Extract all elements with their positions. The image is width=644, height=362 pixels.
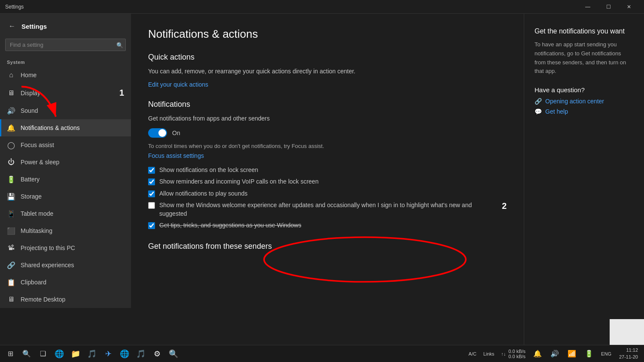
sound-icon: 🔊 [7,106,15,115]
taskbar-telegram-icon[interactable]: ✈ [100,346,116,362]
get-help-label: Get help [545,108,568,115]
checkbox-tips-label: Get tips, tricks, and suggestions as you… [159,221,301,230]
sidebar-item-focus-label: Focus assist [21,142,124,148]
sidebar-header: ← Settings [0,14,131,35]
sidebar-item-focus[interactable]: ◯ Focus assist [0,136,131,154]
checkbox-reminders-label: Show reminders and incoming VoIP calls o… [159,178,319,186]
sidebar-item-remote-label: Remote Desktop [21,296,124,303]
taskbar-explorer-icon[interactable]: 📁 [68,346,83,362]
focus-assist-link[interactable]: Focus assist settings [148,152,204,159]
taskbar-edge-icon[interactable]: 🌐 [52,346,67,362]
search-box: 🔍 [5,39,126,51]
checkbox-row-5: Get tips, tricks, and suggestions as you… [148,221,507,230]
sidebar: ← Settings 🔍 System ⌂ Home 🖥 Display 1 🔊… [0,14,131,308]
checkbox-welcome[interactable] [148,202,155,209]
notifications-toggle-row: On [148,128,507,138]
page-title: Notifications & actions [148,27,507,41]
checkbox-welcome-label: Show me the Windows welcome experience a… [159,201,494,218]
taskbar-search2-icon[interactable]: 🔍 [166,346,181,362]
right-panel-title: Get the notifications you want [535,27,634,35]
sidebar-item-tablet[interactable]: 📱 Tablet mode [0,205,131,222]
checkbox-lock-screen-label: Show notifications on the lock screen [159,166,258,175]
start-button[interactable]: ⊞ [3,346,18,362]
taskbar-time-value: 11:12 [619,347,638,353]
taskbar-browser2-icon[interactable]: 🌐 [117,346,132,362]
get-help-link[interactable]: 💬 Get help [535,108,634,115]
checkboxes-section: Show notifications on the lock screen Sh… [148,166,507,230]
titlebar-controls: — ☐ ✕ [578,0,639,14]
network-arrows: ↑↓ [501,351,506,356]
sidebar-item-display-label: Display [21,90,112,97]
search-input[interactable] [5,39,126,51]
taskbar-lang[interactable]: ENG [598,351,614,356]
senders-title: Get notifications from these senders [148,242,507,251]
taskbar-search-button[interactable]: 🔍 [19,346,34,362]
tablet-icon: 📱 [7,209,15,218]
sidebar-wrapper: ← Settings 🔍 System ⌂ Home 🖥 Display 1 🔊… [0,14,131,345]
toggle-label: On [172,130,180,136]
sidebar-app-title: Settings [21,23,47,30]
sidebar-item-tablet-label: Tablet mode [21,210,124,217]
close-button[interactable]: ✕ [619,0,639,14]
taskbar-settings-icon[interactable]: ⚙ [149,346,165,362]
taskbar-spotify-icon[interactable]: 🎵 [84,346,100,362]
checkbox-row-4: Show me the Windows welcome experience a… [148,201,507,218]
sidebar-item-projecting-label: Projecting to this PC [21,244,124,251]
opening-action-center-link[interactable]: 🔗 Opening action center [535,98,634,105]
power-icon: ⏻ [7,158,15,166]
titlebar-title: Settings [5,4,24,10]
checkbox-reminders[interactable] [148,178,155,185]
sidebar-item-multitasking-label: Multitasking [21,227,124,234]
sidebar-item-notifications[interactable]: 🔔 Notifications & actions [0,119,131,136]
helper-text-content: To control times when you do or don't ge… [148,143,324,149]
app-body: ← Settings 🔍 System ⌂ Home 🖥 Display 1 🔊… [0,14,644,345]
checkbox-lock-screen[interactable] [148,167,155,174]
display-icon: 🖥 [7,89,15,97]
checkbox-row-3: Allow notifications to play sounds [148,190,507,198]
sidebar-item-home[interactable]: ⌂ Home [0,66,131,84]
notifications-desc: Get notifications from apps and other se… [148,114,507,123]
maximize-button[interactable]: ☐ [598,0,618,14]
notifications-icon: 🔔 [7,124,15,132]
task-view-button[interactable]: ❑ [35,346,51,362]
checkbox-sounds[interactable] [148,190,155,197]
sidebar-item-projecting[interactable]: 📽 Projecting to this PC [0,239,131,256]
sidebar-item-battery[interactable]: 🔋 Battery [0,171,131,188]
taskbar-links[interactable]: Links [481,351,497,356]
sidebar-item-sound-label: Sound [21,107,124,114]
sidebar-item-notifications-label: Notifications & actions [21,124,124,131]
links-label: Links [483,351,495,356]
sidebar-item-multitasking[interactable]: ⬛ Multitasking [0,222,131,239]
battery-icon: 🔋 [7,175,15,184]
taskbar-right: A/C Links ↑↓ 0.0 kB/s0.0 kB/s 🔔 🔊 📶 🔋 EN… [466,346,641,362]
checkbox-tips[interactable] [148,222,155,229]
quick-actions-title: Quick actions [148,53,507,62]
taskbar-itunes-icon[interactable]: 🎵 [133,346,149,362]
network-icon[interactable]: 📶 [564,346,580,362]
clipboard-icon: 📋 [7,278,15,287]
sidebar-section-label: System [0,54,131,66]
sidebar-item-shared[interactable]: 🔗 Shared experiences [0,256,131,274]
notifications-title: Notifications [148,100,507,109]
titlebar: Settings — ☐ ✕ [0,0,644,14]
checkbox-row-1: Show notifications on the lock screen [148,166,507,175]
back-button[interactable]: ← [7,21,17,32]
ac-label: A/C [468,351,476,356]
notifications-toggle[interactable] [148,128,167,138]
sidebar-item-display[interactable]: 🖥 Display 1 [0,84,131,102]
home-icon: ⌂ [7,71,15,79]
search-icon[interactable]: 🔍 [116,42,123,48]
minimize-button[interactable]: — [578,0,598,14]
battery-taskbar-icon[interactable]: 🔋 [581,346,597,362]
notification-icon[interactable]: 🔔 [530,346,545,362]
taskbar-clock[interactable]: 11:12 27-11-20 [616,347,641,360]
volume-icon[interactable]: 🔊 [547,346,562,362]
sidebar-item-clipboard[interactable]: 📋 Clipboard [0,274,131,291]
sidebar-item-sound[interactable]: 🔊 Sound [0,102,131,119]
sidebar-item-remote[interactable]: 🖥 Remote Desktop [0,291,131,308]
checkbox-row-2: Show reminders and incoming VoIP calls o… [148,178,507,186]
taskbar-ac[interactable]: A/C [466,351,479,356]
edit-quick-actions-link[interactable]: Edit your quick actions [148,81,208,88]
sidebar-item-power[interactable]: ⏻ Power & sleep [0,154,131,171]
sidebar-item-storage[interactable]: 💾 Storage [0,188,131,205]
